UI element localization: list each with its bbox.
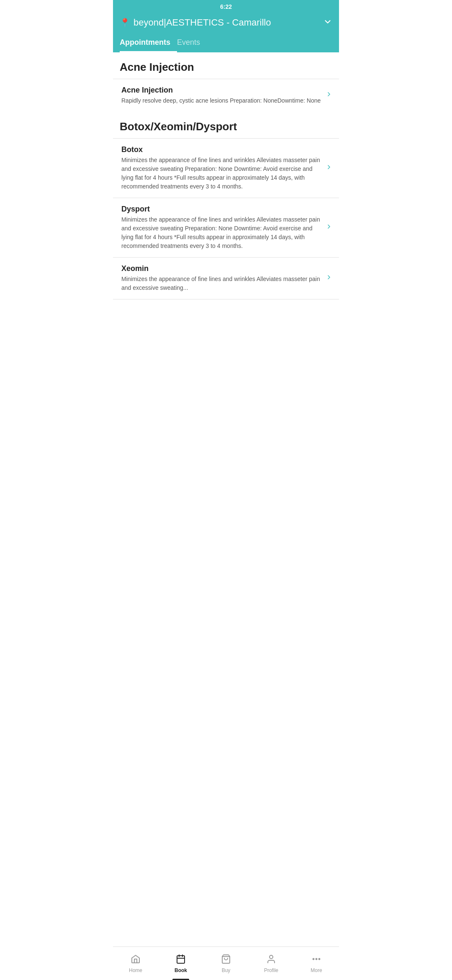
service-item-dysport[interactable]: Dysport Minimizes the appearance of fine… xyxy=(113,198,339,257)
service-item-acne-injection[interactable]: Acne Injection Rapidly resolve deep, cys… xyxy=(113,79,339,112)
section-title-botox: Botox/Xeomin/Dysport xyxy=(113,112,339,138)
book-icon xyxy=(176,954,186,966)
service-content-botox: Botox Minimizes the appearance of fine l… xyxy=(121,145,322,191)
location-pin-icon: 📍 xyxy=(120,18,130,28)
nav-buy-label: Buy xyxy=(222,967,231,973)
more-icon xyxy=(311,954,321,966)
chevron-right-icon-botox xyxy=(326,164,332,173)
profile-icon xyxy=(266,954,276,966)
status-time: 6:22 xyxy=(220,3,232,10)
service-item-botox[interactable]: Botox Minimizes the appearance of fine l… xyxy=(113,138,339,198)
tab-appointments[interactable]: Appointments xyxy=(120,34,177,52)
section-title-acne-injection: Acne Injection xyxy=(113,52,339,79)
service-title-botox: Botox xyxy=(121,145,322,154)
nav-profile[interactable]: Profile xyxy=(249,947,294,980)
service-desc-botox: Minimizes the appearance of fine lines a… xyxy=(121,156,322,191)
service-desc-acne-injection: Rapidly resolve deep, cystic acne lesion… xyxy=(121,96,322,105)
tab-events[interactable]: Events xyxy=(177,34,207,52)
nav-more-label: More xyxy=(311,967,322,973)
service-item-xeomin[interactable]: Xeomin Minimizes the appearance of fine … xyxy=(113,257,339,299)
header: 📍 beyond|AESTHETICS - Camarillo Appointm… xyxy=(113,12,339,52)
nav-buy[interactable]: Buy xyxy=(203,947,249,980)
location-left: 📍 beyond|AESTHETICS - Camarillo xyxy=(120,17,271,29)
svg-point-7 xyxy=(316,958,317,959)
svg-point-6 xyxy=(313,958,314,959)
service-title-dysport: Dysport xyxy=(121,205,322,214)
nav-home[interactable]: Home xyxy=(113,947,158,980)
service-content-xeomin: Xeomin Minimizes the appearance of fine … xyxy=(121,264,322,292)
service-desc-dysport: Minimizes the appearance of fine lines a… xyxy=(121,215,322,250)
service-desc-xeomin: Minimizes the appearance of fine lines a… xyxy=(121,275,322,292)
chevron-right-icon-dysport xyxy=(326,223,332,232)
svg-rect-0 xyxy=(177,956,185,963)
content-area: Acne Injection Acne Injection Rapidly re… xyxy=(113,52,339,980)
chevron-right-icon-xeomin xyxy=(326,274,332,283)
svg-point-8 xyxy=(319,958,320,959)
chevron-down-icon[interactable] xyxy=(323,17,332,28)
service-content-acne-injection: Acne Injection Rapidly resolve deep, cys… xyxy=(121,86,322,105)
service-title-acne-injection: Acne Injection xyxy=(121,86,322,95)
chevron-right-icon xyxy=(326,91,332,100)
location-name: beyond|AESTHETICS - Camarillo xyxy=(134,17,271,29)
nav-home-label: Home xyxy=(129,967,142,973)
service-title-xeomin: Xeomin xyxy=(121,264,322,273)
location-row[interactable]: 📍 beyond|AESTHETICS - Camarillo xyxy=(120,15,332,34)
service-content-dysport: Dysport Minimizes the appearance of fine… xyxy=(121,205,322,250)
svg-point-5 xyxy=(270,955,273,959)
nav-more[interactable]: More xyxy=(294,947,339,980)
buy-icon xyxy=(221,954,231,966)
home-icon xyxy=(131,954,141,966)
nav-book[interactable]: Book xyxy=(158,947,203,980)
status-bar: 6:22 xyxy=(113,0,339,12)
nav-book-label: Book xyxy=(175,967,187,973)
nav-profile-label: Profile xyxy=(264,967,278,973)
bottom-nav: Home Book Buy xyxy=(113,946,339,980)
header-tabs: Appointments Events xyxy=(120,34,332,52)
